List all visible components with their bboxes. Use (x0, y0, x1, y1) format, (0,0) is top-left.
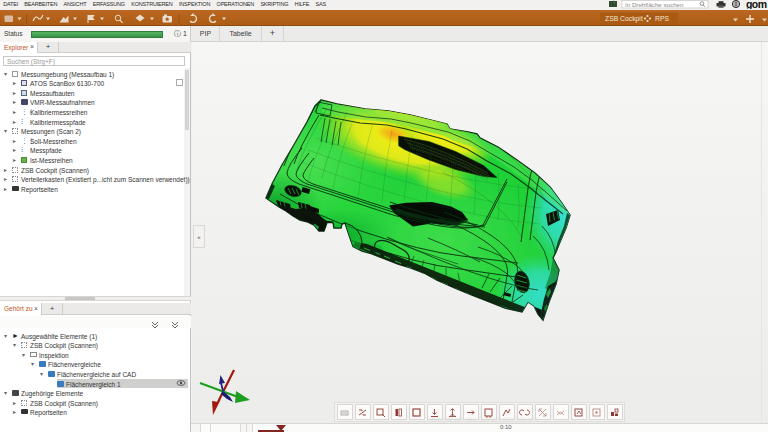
svg-text:RPS: RPS (655, 15, 669, 22)
svg-text:ZSB Cockpit: ZSB Cockpit (605, 15, 643, 23)
svg-text:gom: gom (746, 0, 767, 9)
svg-text:In Drehfläche suchen: In Drehfläche suchen (625, 1, 684, 8)
